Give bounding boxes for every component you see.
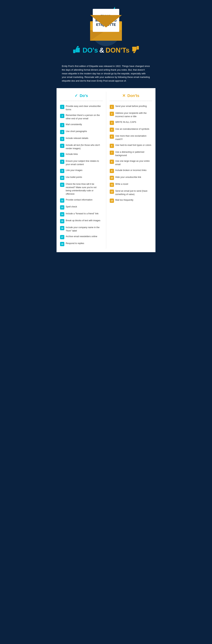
dos-item-text: Check the tone-How will it be received? …: [66, 182, 102, 196]
dos-item-number: 18: [60, 242, 64, 246]
main-content: ✓ Do's 1 Provide easy and clear unsubscr…: [56, 88, 156, 252]
donts-item-number: 1: [110, 105, 114, 109]
thumbs-up-icon: [72, 45, 81, 56]
ampersand: &: [99, 46, 104, 54]
dos-item-number: 3: [60, 123, 64, 127]
envelope-flap: [90, 15, 122, 28]
dos-list-item: 3 Mail consistently: [60, 123, 102, 127]
donts-item-number: 11: [110, 183, 114, 187]
donts-list-item: 7 Use a distracting or patterned backgro…: [110, 150, 152, 157]
donts-item-text: Use more than one exclamation mark!!!!: [115, 134, 152, 141]
donts-item-number: 2: [110, 112, 114, 116]
dos-item-text: Spell check: [66, 205, 77, 208]
donts-item-number: 5: [110, 134, 114, 139]
dos-item-number: 12: [60, 198, 64, 203]
dos-item-number: 13: [60, 205, 64, 210]
intro-text: Emily Post's first edition of Etiquette …: [62, 64, 150, 83]
donts-list-item: 8 Use one large image as your entire ema…: [110, 160, 152, 166]
donts-column-header: ✕ Don'ts: [110, 92, 152, 101]
donts-item-text: Send an email just to send (have somethi…: [115, 189, 152, 196]
dos-item-text: Break up blocks of text with images: [66, 219, 100, 222]
donts-item-number: 3: [110, 121, 114, 125]
thumbs-down-icon: [131, 45, 140, 56]
dos-item-number: 17: [60, 235, 64, 239]
donts-item-text: Use one large image as your entire email: [115, 160, 152, 166]
dos-column: ✓ Do's 1 Provide easy and clear unsubscr…: [60, 92, 102, 249]
dos-item-text: Include alt text (for those who don't re…: [66, 144, 102, 150]
donts-list-item: 11 Write a novel: [110, 182, 152, 187]
dos-list-item: 16 Include your company name in the “fro…: [60, 226, 102, 232]
dos-item-text: Respond to replies: [66, 242, 84, 245]
dos-item-text: Use short paragraphs: [66, 130, 87, 133]
dos-item-number: 16: [60, 226, 64, 230]
donts-list-item: 4 Use an overabundance of symbols: [110, 128, 152, 132]
donts-item-text: WRITE IN ALL CAPS: [115, 120, 136, 124]
dos-item-text: Use bullet points: [66, 176, 82, 179]
dos-list-item: 12 Provide contact information: [60, 198, 102, 203]
donts-item-number: 4: [110, 128, 114, 132]
dos-item-number: 8: [60, 160, 64, 164]
donts-list-item: 13 Mail too frequently: [110, 198, 152, 203]
dos-item-text: Mail consistently: [66, 123, 82, 126]
donts-list-item: 2 Address your recipients with the incor…: [110, 112, 152, 118]
dos-list-item: 13 Spell check: [60, 205, 102, 210]
dos-item-text: Include your company name in the “from” …: [66, 226, 102, 232]
dos-item-text: Link your images: [66, 169, 82, 172]
dos-item-text: Include links: [66, 152, 78, 156]
dos-column-header: ✓ Do's: [60, 92, 102, 101]
donts-list-item: 6 Use hard-to-read font types or colors: [110, 144, 152, 148]
donts-item-text: Send your email before proofing: [115, 104, 147, 108]
donts-item-text: Use an overabundance of symbols: [115, 128, 149, 131]
dos-item-text: Remember there's a person on the other e…: [66, 114, 102, 120]
donts-item-number: 9: [110, 169, 114, 173]
donts-list-item: 3 WRITE IN ALL CAPS: [110, 120, 152, 125]
donts-item-text: Use a distracting or patterned backgroun…: [115, 150, 152, 157]
dos-label: DO's: [82, 46, 98, 54]
donts-column: ✕ Don'ts 1 Send your email before proofi…: [110, 92, 152, 249]
dos-item-number: 5: [60, 137, 64, 141]
donts-label: DON'Ts: [106, 46, 130, 54]
dos-item-number: 1: [60, 105, 64, 109]
dos-column-label: Do's: [80, 94, 88, 98]
dos-list-item: 5 Include relevant details: [60, 136, 102, 141]
donts-list-item: 10 Hide your unsubscribe link: [110, 176, 152, 180]
donts-item-text: Write a novel: [115, 182, 128, 186]
dos-list-item: 11 Check the tone-How will it be receive…: [60, 182, 102, 196]
dos-item-number: 7: [60, 153, 64, 157]
dos-list-item: 1 Provide easy and clear unsubscribe for…: [60, 104, 102, 111]
envelope-illustration: EMAIL MARKETING ETIQUETTE: [87, 5, 125, 41]
dos-item-text: Include a “forward to a friend” link: [66, 212, 99, 215]
donts-item-text: Hide your unsubscribe link: [115, 176, 141, 179]
x-icon: ✕: [122, 94, 125, 98]
dos-list-item: 4 Use short paragraphs: [60, 130, 102, 134]
dos-item-number: 6: [60, 144, 64, 148]
donts-item-number: 6: [110, 144, 114, 148]
dos-list-item: 14 Include a “forward to a friend” link: [60, 212, 102, 216]
donts-item-number: 10: [110, 176, 114, 180]
intro-section: Emily Post's first edition of Etiquette …: [56, 63, 156, 88]
dos-item-number: 4: [60, 130, 64, 134]
dos-item-number: 11: [60, 183, 64, 187]
donts-item-text: Use hard-to-read font types or colors: [115, 144, 151, 147]
svg-rect-5: [137, 46, 139, 50]
svg-rect-4: [73, 50, 75, 53]
dos-list-item: 18 Respond to replies: [60, 242, 102, 246]
dos-list-item: 2 Remember there's a person on the other…: [60, 114, 102, 120]
dos-list-item: 8 Ensure your subject line relates to yo…: [60, 160, 102, 166]
dos-item-number: 2: [60, 114, 64, 118]
donts-item-number: 8: [110, 160, 114, 164]
donts-list-item: 9 Include broken or incorrect links: [110, 169, 152, 173]
dos-list-item: 15 Break up blocks of text with images: [60, 219, 102, 223]
columns-container: ✓ Do's 1 Provide easy and clear unsubscr…: [60, 92, 152, 249]
header-section: EMAIL MARKETING ETIQUETTE DO's & DON'Ts: [56, 0, 156, 63]
dos-item-number: 9: [60, 169, 64, 173]
donts-item-text: Address your recipients with the incorre…: [115, 112, 152, 118]
dos-list-item: 7 Include links: [60, 152, 102, 157]
check-icon: ✓: [75, 94, 78, 98]
donts-item-text: Mail too frequently: [115, 198, 133, 202]
dos-list-item: 10 Use bullet points: [60, 176, 102, 180]
donts-item-number: 7: [110, 150, 114, 155]
donts-item-number: 12: [110, 190, 114, 194]
dos-item-text: Provide easy and clear unsubscribe forms: [66, 104, 102, 111]
dos-item-number: 10: [60, 176, 64, 180]
